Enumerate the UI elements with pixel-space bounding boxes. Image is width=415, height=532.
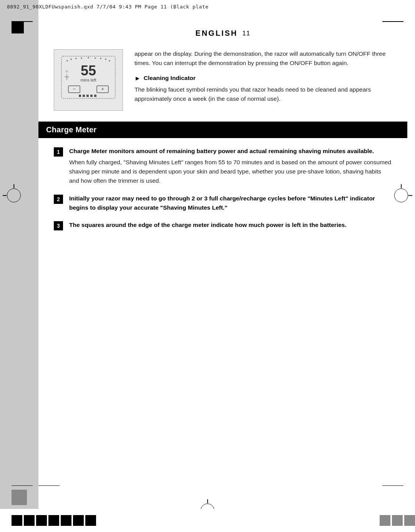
page-number: 11 bbox=[242, 30, 250, 37]
numbered-item-1: 1 Charge Meter monitors amount of remain… bbox=[54, 147, 392, 185]
bottom-sq-2 bbox=[24, 515, 35, 526]
crop-mark-bottom-left-strip bbox=[12, 485, 33, 486]
svg-rect-19 bbox=[90, 95, 93, 97]
cleaning-indicator-heading: ► Cleaning Indicator bbox=[134, 75, 392, 82]
item-2-bold: Initially your razor may need to go thro… bbox=[69, 194, 392, 212]
svg-text:−: − bbox=[73, 86, 76, 92]
svg-point-8 bbox=[70, 58, 72, 60]
svg-point-9 bbox=[75, 58, 77, 59]
registration-black-square-top-left bbox=[12, 21, 24, 33]
svg-point-13 bbox=[100, 58, 101, 59]
display-image-column: 55 mins left − + bbox=[54, 49, 123, 111]
metadata-text: 8892_91_90XLDFUwspanish.qxd 7/7/04 9:43 … bbox=[7, 4, 408, 10]
badge-number-1: 1 bbox=[57, 149, 60, 155]
bottom-sq-6 bbox=[73, 515, 84, 526]
left-gray-strip bbox=[0, 0, 38, 532]
svg-rect-17 bbox=[83, 95, 85, 97]
bottom-bar bbox=[0, 509, 415, 532]
svg-point-10 bbox=[81, 57, 82, 59]
bottom-gray-sq-1 bbox=[380, 515, 390, 526]
svg-point-15 bbox=[109, 60, 110, 62]
intro-text-column: appear on the display. During the demons… bbox=[134, 49, 392, 111]
intro-paragraph: appear on the display. During the demons… bbox=[134, 49, 392, 68]
number-badge-3: 3 bbox=[54, 221, 63, 230]
svg-rect-20 bbox=[94, 95, 96, 97]
badge-number-2: 2 bbox=[57, 196, 60, 202]
item-2-content: Initially your razor may need to go thro… bbox=[69, 194, 392, 212]
svg-point-11 bbox=[88, 57, 89, 58]
left-strip-gray-square bbox=[12, 490, 27, 505]
item-3-content: The squares around the edge of the charg… bbox=[69, 220, 392, 229]
numbered-item-3: 3 The squares around the edge of the cha… bbox=[54, 220, 392, 230]
number-badge-2: 2 bbox=[54, 195, 63, 204]
svg-text:mins left: mins left bbox=[81, 78, 96, 82]
main-content-area: ENGLISH 11 55 mins left bbox=[38, 13, 415, 509]
english-label: ENGLISH bbox=[196, 29, 238, 38]
number-badge-1: 1 bbox=[54, 147, 63, 157]
numbered-item-2: 2 Initially your razor may need to go th… bbox=[54, 194, 392, 212]
svg-rect-16 bbox=[79, 95, 81, 97]
display-svg: 55 mins left − + bbox=[58, 53, 119, 107]
bottom-sq-4 bbox=[48, 515, 59, 526]
bottom-gray-sq-3 bbox=[404, 515, 415, 526]
svg-point-12 bbox=[95, 57, 96, 59]
razor-display-image: 55 mins left − + bbox=[54, 49, 123, 111]
item-3-bold: The squares around the edge of the charg… bbox=[69, 220, 392, 229]
bottom-black-squares-left bbox=[0, 515, 96, 526]
svg-text:55: 55 bbox=[81, 63, 96, 78]
item-1-body: When fully charged, "Shaving Minutes Lef… bbox=[69, 158, 392, 185]
bullet-icon: ► bbox=[134, 75, 141, 82]
badge-number-3: 3 bbox=[57, 223, 60, 229]
item-1-bold: Charge Meter monitors amount of remainin… bbox=[69, 147, 392, 155]
svg-rect-18 bbox=[86, 95, 89, 97]
section-heading: ENGLISH 11 bbox=[54, 29, 392, 38]
cleaning-indicator-title: Cleaning Indicator bbox=[144, 75, 196, 82]
item-1-content: Charge Meter monitors amount of remainin… bbox=[69, 147, 392, 185]
svg-text:+: + bbox=[101, 86, 104, 92]
top-metadata-bar: 8892_91_90XLDFUwspanish.qxd 7/7/04 9:43 … bbox=[0, 0, 415, 13]
svg-text:≈: ≈ bbox=[65, 68, 68, 74]
charge-meter-label: Charge Meter bbox=[46, 125, 96, 134]
bottom-sq-1 bbox=[12, 515, 22, 526]
charge-meter-header: Charge Meter bbox=[38, 122, 407, 138]
bottom-sq-3 bbox=[36, 515, 47, 526]
svg-point-14 bbox=[105, 58, 106, 60]
crop-mark-top-left-rule bbox=[12, 21, 33, 22]
svg-point-7 bbox=[66, 60, 68, 62]
bottom-gray-sq-2 bbox=[392, 515, 403, 526]
intro-section: 55 mins left − + bbox=[54, 49, 392, 111]
registration-circle-left bbox=[7, 188, 21, 202]
bottom-gray-squares-right bbox=[380, 515, 415, 526]
cleaning-indicator-body: The blinking faucet symbol reminds you t… bbox=[134, 85, 392, 103]
bottom-sq-7 bbox=[85, 515, 96, 526]
bottom-sq-5 bbox=[61, 515, 71, 526]
